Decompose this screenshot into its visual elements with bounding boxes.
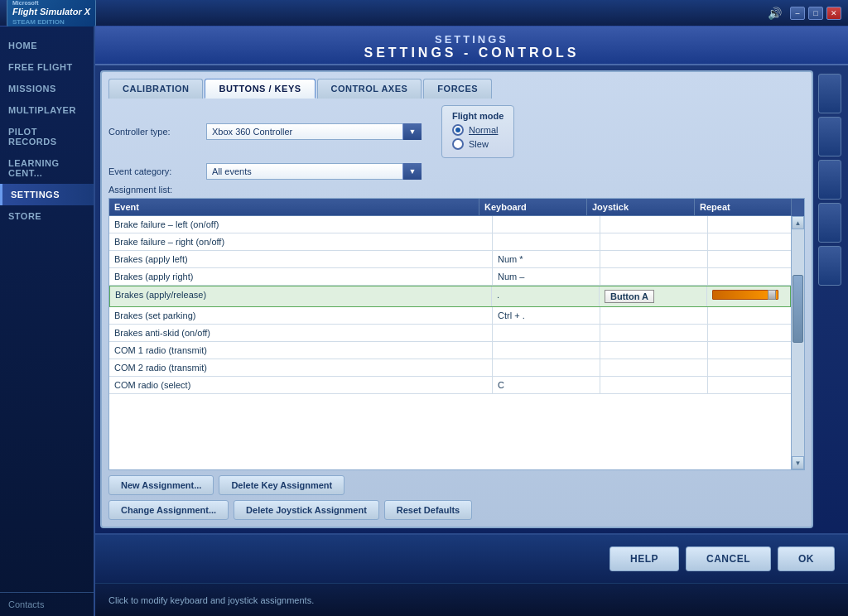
sidebar-item-free-flight[interactable]: FREE FLIGHT <box>0 56 94 78</box>
table-header-row: Event Keyboard Joystick Repeat <box>109 199 804 216</box>
joystick-button-value: Button A <box>605 290 654 303</box>
right-panel <box>818 70 843 528</box>
right-panel-btn-2 <box>818 117 841 156</box>
sidebar-item-pilot-records[interactable]: PILOT RECORDS <box>0 121 94 152</box>
assignment-table-container: Event Keyboard Joystick Repeat Brake fai… <box>108 198 805 470</box>
scroll-down-button[interactable]: ▼ <box>792 456 804 469</box>
table-row[interactable]: COM 1 radio (transmit) <box>109 342 791 359</box>
sidebar-item-missions[interactable]: MISSIONS <box>0 78 94 99</box>
table-row[interactable]: COM 2 radio (transmit) <box>109 359 791 377</box>
cell-repeat-2 <box>708 251 791 267</box>
cell-repeat-5 <box>708 307 791 324</box>
table-row[interactable]: Brake failure – right (on/off) <box>109 233 791 251</box>
scroll-track[interactable] <box>792 229 804 456</box>
scroll-thumb[interactable] <box>793 275 803 343</box>
controller-type-select[interactable]: Xbox 360 Controller ▼ <box>206 123 422 140</box>
title-bar: Microsoft Flight Simulator X STEAM EDITI… <box>0 0 848 26</box>
cell-event-6: Brakes anti-skid (on/off) <box>109 325 493 341</box>
radio-slew-label[interactable]: Slew <box>469 139 489 149</box>
controller-type-value: Xbox 360 Controller <box>212 127 292 137</box>
main-container: HOME FREE FLIGHT MISSIONS MULTIPLAYER PI… <box>0 26 848 616</box>
cell-keyboard-4: . <box>492 286 600 306</box>
delete-key-button[interactable]: Delete Key Assignment <box>219 475 344 495</box>
scroll-up-button[interactable]: ▲ <box>792 216 804 229</box>
cell-repeat-3 <box>708 268 791 285</box>
table-row[interactable]: Brake failure – left (on/off) <box>109 216 791 233</box>
close-button[interactable]: ✕ <box>826 7 841 20</box>
cell-keyboard-2: Num * <box>493 251 600 267</box>
table-row[interactable]: Brakes (set parking) Ctrl + . <box>109 307 791 325</box>
cell-repeat-1 <box>708 233 791 250</box>
repeat-slider[interactable] <box>712 290 778 300</box>
tabs-row: CALIBRATION BUTTONS / KEYS CONTROL AXES … <box>108 79 805 99</box>
ok-button[interactable]: OK <box>778 546 835 571</box>
app-logo: Microsoft Flight Simulator X STEAM EDITI… <box>7 0 96 28</box>
cell-keyboard-0 <box>493 216 600 233</box>
flight-mode-box: Flight mode Normal Slew <box>441 105 514 158</box>
status-bar: Click to modify keyboard and joystick as… <box>95 583 848 616</box>
page-title-bar: SETTINGS SETTINGS - CONTROLS <box>95 26 848 65</box>
sidebar-item-multiplayer[interactable]: MULTIPLAYER <box>0 99 94 121</box>
cell-event-9: COM radio (select) <box>109 377 493 393</box>
cell-repeat-6 <box>708 325 791 341</box>
table-row[interactable]: Brakes (apply left) Num * <box>109 251 791 268</box>
cell-repeat-0 <box>708 216 791 233</box>
radio-normal-label[interactable]: Normal <box>469 125 498 135</box>
cell-joystick-2 <box>600 251 708 267</box>
cell-keyboard-6 <box>493 325 600 341</box>
controller-type-select-wrapper[interactable]: Xbox 360 Controller ▼ <box>206 123 422 140</box>
table-row[interactable]: Brakes anti-skid (on/off) <box>109 325 791 342</box>
event-category-select-wrapper[interactable]: All events ▼ <box>206 163 422 180</box>
inner-content: CALIBRATION BUTTONS / KEYS CONTROL AXES … <box>95 65 848 533</box>
sidebar-item-store[interactable]: STORE <box>0 205 94 227</box>
brand-text: Microsoft <box>12 0 90 7</box>
event-category-row: Event category: All events ▼ <box>108 163 805 180</box>
right-panel-btn-3 <box>818 160 841 200</box>
cell-event-4: Brakes (apply/release) <box>110 286 492 306</box>
tab-buttons-keys[interactable]: BUTTONS / KEYS <box>205 79 315 99</box>
radio-normal[interactable] <box>452 124 464 136</box>
change-assignment-button[interactable]: Change Assignment... <box>108 500 229 520</box>
status-text: Click to modify keyboard and joystick as… <box>108 595 314 605</box>
cell-event-2: Brakes (apply left) <box>109 251 493 267</box>
scroll-header-spacer <box>791 199 804 216</box>
restore-button[interactable]: □ <box>808 7 823 20</box>
cell-event-7: COM 1 radio (transmit) <box>109 342 493 359</box>
delete-joystick-button[interactable]: Delete Joystick Assignment <box>234 500 379 520</box>
right-panel-btn-1 <box>818 74 841 113</box>
sidebar-item-settings[interactable]: SETTINGS <box>0 184 94 205</box>
cell-event-3: Brakes (apply right) <box>109 268 493 285</box>
help-button[interactable]: HELP <box>610 546 679 571</box>
tab-forces[interactable]: FORCES <box>423 79 492 99</box>
flight-mode-title: Flight mode <box>452 111 504 121</box>
sidebar: HOME FREE FLIGHT MISSIONS MULTIPLAYER PI… <box>0 26 95 616</box>
assignment-list-label: Assignment list: <box>108 185 805 195</box>
page-title-sub: SETTINGS - CONTROLS <box>95 46 848 60</box>
new-assignment-button[interactable]: New Assignment... <box>108 475 214 495</box>
radio-slew[interactable] <box>452 138 464 150</box>
table-scrollbar[interactable]: ▲ ▼ <box>791 216 804 469</box>
cell-keyboard-8 <box>493 359 600 376</box>
col-event: Event <box>109 199 479 215</box>
cancel-button[interactable]: CANCEL <box>686 546 771 571</box>
cell-joystick-8 <box>600 359 708 376</box>
controller-type-label: Controller type: <box>108 127 200 137</box>
minimize-button[interactable]: – <box>790 7 805 20</box>
col-keyboard: Keyboard <box>479 199 587 215</box>
tab-calibration[interactable]: CALIBRATION <box>108 79 203 99</box>
main-panel: CALIBRATION BUTTONS / KEYS CONTROL AXES … <box>100 70 813 528</box>
table-row-selected[interactable]: Brakes (apply/release) . Button A <box>109 286 791 307</box>
cell-joystick-4: Button A <box>600 286 707 306</box>
table-row[interactable]: Brakes (apply right) Num – <box>109 268 791 286</box>
reset-defaults-button[interactable]: Reset Defaults <box>384 500 472 520</box>
sidebar-item-home[interactable]: HOME <box>0 35 94 56</box>
cell-event-5: Brakes (set parking) <box>109 307 493 324</box>
cell-keyboard-1 <box>493 233 600 250</box>
sidebar-item-learning-center[interactable]: LEARNING CENT... <box>0 152 94 184</box>
event-category-select[interactable]: All events ▼ <box>206 163 422 180</box>
tab-control-axes[interactable]: CONTROL AXES <box>317 79 422 99</box>
action-buttons-row-2: Change Assignment... Delete Joystick Ass… <box>108 500 805 520</box>
event-category-value: All events <box>212 166 252 176</box>
table-row[interactable]: COM radio (select) C <box>109 377 791 394</box>
volume-icon[interactable]: 🔊 <box>768 7 782 20</box>
